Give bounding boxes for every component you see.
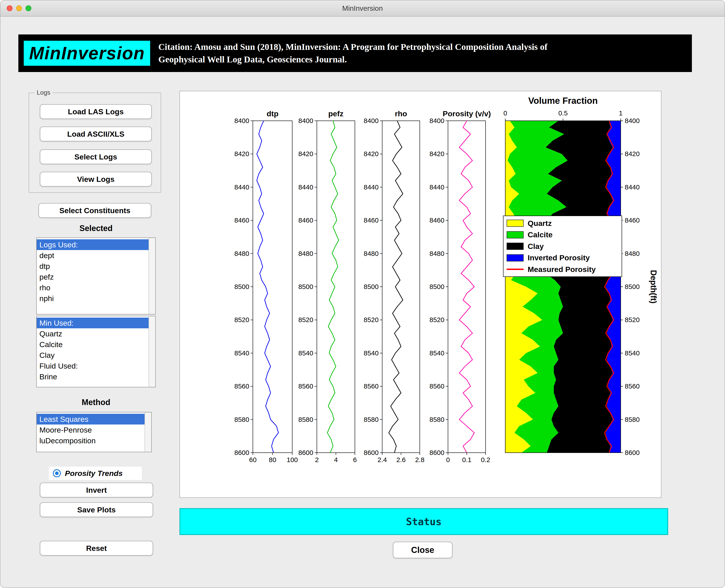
list-item[interactable]: dtp	[37, 261, 149, 272]
list-item-logs-used-header[interactable]: Logs Used:	[37, 239, 149, 250]
scrollbar[interactable]	[149, 238, 155, 314]
window-zoom-icon[interactable]	[25, 5, 31, 11]
svg-text:8400: 8400	[364, 117, 379, 124]
svg-text:0.2: 0.2	[481, 456, 490, 463]
svg-text:0: 0	[503, 109, 507, 117]
citation-text: Citation: Amosu and Sun (2018), MinInver…	[158, 41, 547, 66]
svg-text:8580: 8580	[234, 416, 249, 423]
svg-text:100: 100	[287, 456, 298, 463]
logs-used-list-items: Logs Used: dept dtp pefz rho nphi	[37, 238, 149, 314]
svg-text:8480: 8480	[429, 250, 444, 257]
svg-text:8540: 8540	[429, 349, 444, 357]
radio-dot	[55, 471, 59, 475]
min-used-list-items: Min Used: Quartz Calcite Clay Fluid Used…	[37, 316, 149, 387]
clay-swatch-icon	[506, 243, 524, 250]
svg-text:8580: 8580	[364, 416, 379, 423]
svg-text:Depth(ft): Depth(ft)	[649, 270, 658, 303]
list-item[interactable]: rho	[37, 282, 149, 293]
list-item[interactable]: Calcite	[37, 339, 149, 350]
status-bar: Status	[180, 508, 668, 535]
svg-text:Porosity (v/v): Porosity (v/v)	[442, 109, 491, 118]
svg-text:Volume Fraction: Volume Fraction	[528, 96, 598, 106]
list-item[interactable]: luDecomposition	[37, 435, 145, 446]
method-listbox[interactable]: Least Squares Moore-Penrose luDecomposit…	[36, 412, 152, 452]
legend-label: Clay	[527, 242, 544, 251]
radio-selected-icon[interactable]	[53, 469, 61, 477]
select-constituents-button[interactable]: Select Constituents	[39, 203, 151, 218]
invert-button[interactable]: Invert	[40, 483, 153, 498]
svg-text:rho: rho	[395, 109, 407, 118]
select-logs-button[interactable]: Select Logs	[40, 149, 152, 164]
svg-text:8600: 8600	[364, 449, 379, 456]
well-log-plots: 8400842084408460848085008520854085608580…	[180, 91, 661, 498]
load-las-logs-button[interactable]: Load LAS Logs	[40, 104, 152, 119]
load-ascii-xls-button[interactable]: Load ASCII/XLS	[40, 127, 152, 141]
svg-text:8440: 8440	[429, 183, 444, 191]
svg-text:8420: 8420	[298, 150, 313, 158]
svg-text:8520: 8520	[429, 316, 444, 323]
scrollbar[interactable]	[145, 413, 151, 452]
svg-text:8460: 8460	[298, 216, 313, 224]
window-minimize-icon[interactable]	[16, 5, 22, 11]
svg-text:8440: 8440	[234, 183, 249, 191]
citation-line-1: Citation: Amosu and Sun (2018), MinInver…	[158, 41, 547, 53]
svg-text:8400: 8400	[429, 117, 444, 124]
svg-text:8420: 8420	[429, 150, 444, 158]
svg-text:8560: 8560	[429, 382, 444, 390]
svg-text:8520: 8520	[364, 316, 379, 323]
citation-line-2: Geophysical Well Log Data, Geosciences J…	[158, 53, 547, 66]
svg-text:8500: 8500	[234, 283, 249, 290]
svg-text:8420: 8420	[234, 150, 249, 158]
svg-text:8440: 8440	[364, 183, 379, 191]
svg-text:8520: 8520	[298, 316, 313, 323]
svg-text:8540: 8540	[234, 349, 249, 357]
svg-text:0.1: 0.1	[462, 456, 472, 463]
svg-text:8460: 8460	[364, 216, 379, 224]
svg-text:8600: 8600	[625, 449, 640, 456]
logs-used-listbox[interactable]: Logs Used: dept dtp pefz rho nphi	[36, 237, 156, 314]
header-banner: MinInversion Citation: Amosu and Sun (20…	[18, 35, 692, 72]
list-item[interactable]: pefz	[37, 272, 149, 282]
porosity-trends-radio[interactable]: Porosity Trends	[49, 466, 142, 480]
svg-text:8480: 8480	[298, 250, 313, 257]
legend-label: Measured Porosity	[527, 265, 596, 274]
svg-text:8400: 8400	[234, 117, 249, 124]
list-item[interactable]: dept	[37, 250, 149, 261]
scrollbar[interactable]	[149, 316, 155, 387]
list-item[interactable]: Brine	[37, 371, 149, 382]
legend-label: Calcite	[527, 230, 553, 239]
view-logs-button[interactable]: View Logs	[40, 172, 152, 187]
svg-text:8600: 8600	[298, 449, 313, 456]
inverted-porosity-swatch-icon	[506, 254, 524, 261]
svg-text:60: 60	[249, 456, 256, 463]
list-item[interactable]: Clay	[37, 350, 149, 360]
svg-text:8440: 8440	[625, 183, 640, 191]
svg-text:8600: 8600	[429, 449, 444, 456]
svg-text:8520: 8520	[234, 316, 249, 323]
svg-text:4: 4	[334, 456, 338, 463]
legend-entry: Inverted Porosity	[506, 253, 622, 262]
close-button[interactable]: Close	[393, 542, 453, 558]
list-item-min-used-header[interactable]: Min Used:	[37, 318, 149, 328]
svg-text:0.5: 0.5	[558, 109, 568, 117]
reset-button[interactable]: Reset	[40, 541, 153, 555]
list-item[interactable]: Quartz	[37, 328, 149, 339]
method-label: Method	[36, 398, 156, 407]
list-item[interactable]: nphi	[37, 293, 149, 304]
plot-legend: Quartz Calcite Clay Inverted Porosity Me…	[503, 216, 622, 277]
svg-text:8540: 8540	[625, 349, 640, 357]
svg-text:0: 0	[446, 456, 450, 463]
min-used-listbox[interactable]: Min Used: Quartz Calcite Clay Fluid Used…	[36, 316, 156, 387]
svg-text:8500: 8500	[298, 283, 313, 290]
save-plots-button[interactable]: Save Plots	[40, 502, 153, 517]
legend-entry: Clay	[506, 242, 622, 251]
svg-text:8580: 8580	[298, 416, 313, 423]
calcite-swatch-icon	[506, 231, 524, 238]
list-item[interactable]: Moore-Penrose	[37, 424, 145, 435]
svg-text:2: 2	[315, 456, 319, 463]
window-close-icon[interactable]	[7, 5, 13, 11]
list-item-method-selected[interactable]: Least Squares	[37, 414, 145, 424]
list-item[interactable]: Fluid Used:	[37, 360, 149, 371]
svg-text:8560: 8560	[298, 382, 313, 390]
legend-label: Inverted Porosity	[527, 253, 590, 262]
